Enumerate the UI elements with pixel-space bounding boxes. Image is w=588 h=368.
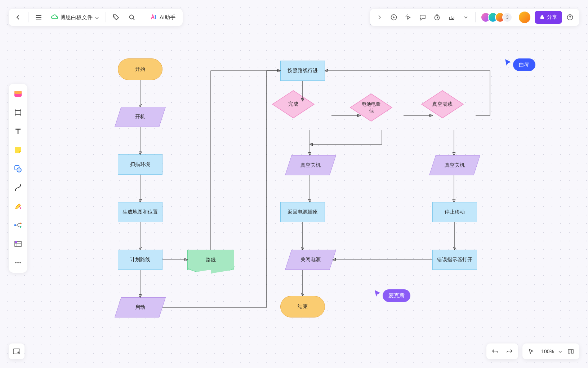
play-button[interactable]: [387, 11, 400, 24]
node-lowbatt[interactable]: 电池电量低: [360, 101, 382, 114]
timer-icon[interactable]: [431, 11, 444, 24]
node-label: 关闭电源: [300, 257, 321, 263]
share-button[interactable]: 分享: [535, 11, 562, 24]
text-tool[interactable]: [12, 125, 24, 138]
search-button[interactable]: [125, 10, 139, 25]
svg-point-16: [20, 223, 21, 224]
node-label: 真空关机: [300, 162, 321, 168]
node-scan[interactable]: 扫描环境: [118, 154, 162, 175]
collaborator-cursor-baiqin: 白琴: [504, 54, 535, 71]
menu-button[interactable]: [31, 10, 46, 25]
node-follow[interactable]: 按照路线行进: [280, 61, 325, 81]
node-plan[interactable]: 计划路线: [118, 250, 162, 270]
more-icon[interactable]: [459, 11, 472, 24]
more-tools[interactable]: [12, 256, 24, 269]
fit-view[interactable]: [565, 346, 576, 357]
bottom-right-controls: 100%: [486, 343, 579, 359]
node-label: 开始: [135, 66, 145, 73]
view-controls: 100%: [522, 343, 579, 359]
top-left-toolbar: 博思白板文件 AI助手: [9, 9, 183, 26]
shape-tool[interactable]: [12, 162, 24, 175]
separator: [475, 12, 476, 22]
undo-button[interactable]: [489, 346, 501, 357]
redo-button[interactable]: [504, 346, 515, 357]
tag-button[interactable]: [109, 10, 123, 25]
chart-icon[interactable]: [445, 11, 458, 24]
node-stopmove[interactable]: 停止移动: [432, 202, 477, 222]
frame-tool[interactable]: [12, 106, 24, 119]
collaborator-avatars[interactable]: 3: [478, 12, 514, 22]
svg-point-14: [20, 184, 21, 186]
node-poweron[interactable]: 开机: [115, 107, 166, 127]
node-vacoff1[interactable]: 真空关机: [285, 155, 336, 175]
node-genmap[interactable]: 生成地图和位置: [118, 202, 162, 222]
cursor-click-icon[interactable]: [402, 11, 415, 24]
svg-point-13: [15, 189, 16, 191]
node-shutdown[interactable]: 关闭电源: [285, 250, 336, 270]
node-label: 路线: [206, 257, 216, 263]
file-title: 博思白板文件: [60, 14, 93, 21]
file-title-dropdown[interactable]: 博思白板文件: [47, 10, 103, 25]
node-label: 返回电源插座: [288, 209, 318, 215]
separator: [28, 12, 28, 22]
tool-sidebar: [9, 84, 27, 273]
expand-left-icon[interactable]: [373, 11, 386, 24]
zoom-level[interactable]: 100%: [540, 349, 556, 354]
connector-tool[interactable]: [12, 181, 24, 194]
node-label: 计划路线: [130, 257, 150, 263]
separator: [106, 12, 106, 22]
svg-point-8: [570, 18, 570, 19]
sticky-tool[interactable]: [12, 144, 24, 157]
node-route[interactable]: 路线: [187, 250, 234, 270]
svg-rect-19: [15, 241, 17, 243]
table-tool[interactable]: [12, 237, 24, 250]
collaborator-cursor-maikesi: 麦克斯: [374, 285, 410, 302]
node-label: 错误指示器打开: [437, 257, 472, 263]
cursor-label: 白琴: [513, 58, 535, 71]
svg-point-17: [20, 226, 21, 228]
node-label: 按照路线行进: [288, 67, 318, 74]
node-vacoff2[interactable]: 真空关机: [429, 155, 480, 175]
top-right-toolbar: 3 分享: [370, 9, 579, 26]
svg-point-3: [115, 16, 115, 17]
current-user-avatar[interactable]: [519, 12, 530, 23]
ai-label: AI助手: [160, 14, 175, 21]
node-start[interactable]: 开始: [118, 58, 162, 80]
chevron-down-icon[interactable]: [558, 348, 562, 355]
templates-tool[interactable]: [12, 87, 24, 100]
avatar-overflow: 3: [502, 12, 512, 22]
help-button[interactable]: [564, 11, 576, 24]
comment-icon[interactable]: [416, 11, 429, 24]
cursor-label: 麦克斯: [383, 289, 410, 302]
cloud-icon: [51, 14, 58, 21]
ai-assistant-button[interactable]: AI助手: [145, 10, 181, 25]
pen-tool[interactable]: [12, 200, 24, 213]
history-controls: [486, 343, 518, 359]
node-vacfull[interactable]: 真空满载: [432, 101, 453, 108]
share-icon: [540, 14, 545, 21]
separator: [142, 12, 142, 22]
svg-point-12: [17, 168, 21, 172]
node-label: 停止移动: [445, 209, 465, 215]
node-label: 真空满载: [432, 101, 453, 108]
chevron-down-icon: [95, 14, 99, 21]
ai-icon: [150, 14, 157, 21]
minimap-toggle[interactable]: [9, 343, 24, 359]
node-label: 结束: [298, 303, 308, 310]
node-done[interactable]: 完成: [288, 101, 298, 108]
pointer-mode[interactable]: [525, 346, 537, 357]
node-end[interactable]: 结束: [280, 296, 325, 317]
svg-point-21: [17, 262, 19, 263]
back-button[interactable]: [11, 10, 25, 25]
node-return[interactable]: 返回电源插座: [280, 202, 325, 222]
svg-point-22: [19, 262, 21, 263]
svg-point-4: [130, 15, 134, 19]
node-errled[interactable]: 错误指示器打开: [432, 250, 477, 270]
node-label: 扫描环境: [130, 161, 150, 168]
node-label: 启动: [135, 304, 145, 311]
node-label: 开机: [135, 114, 145, 120]
share-label: 分享: [547, 14, 557, 21]
mindmap-tool[interactable]: [12, 219, 24, 232]
node-label: 生成地图和位置: [122, 209, 158, 215]
node-launch[interactable]: 启动: [115, 297, 166, 317]
